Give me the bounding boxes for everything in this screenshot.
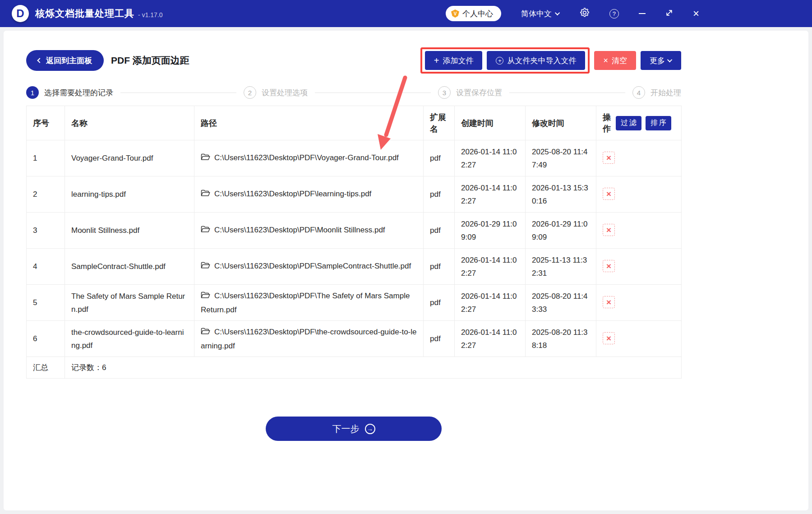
- step-2-label: 设置处理选项: [262, 88, 308, 98]
- user-center-button[interactable]: V 个人中心: [446, 6, 501, 21]
- minimize-button[interactable]: [639, 13, 646, 14]
- arrow-right-circle-icon: →: [365, 424, 375, 434]
- import-from-folder-button[interactable]: + 从文件夹中导入文件: [487, 51, 585, 70]
- path-text: C:\Users\11623\Desktop\PDF\SampleContrac…: [214, 262, 411, 270]
- folder-icon: [201, 152, 210, 165]
- cell-action: ×: [596, 140, 682, 176]
- cell-ext: pdf: [424, 213, 455, 249]
- cell-path: C:\Users\11623\Desktop\PDF\The Safety of…: [194, 285, 424, 321]
- delete-row-button[interactable]: ×: [603, 296, 615, 308]
- step-connector: [509, 93, 625, 93]
- cell-created: 2026-01-14 11:02:27: [455, 176, 526, 213]
- step-1: 1 选择需要处理的记录: [26, 86, 113, 99]
- close-button[interactable]: ×: [693, 9, 699, 18]
- page-title: PDF 添加页面边距: [111, 54, 189, 67]
- table-row: 4 SampleContract-Shuttle.pdf C:\Users\11…: [27, 249, 682, 285]
- header-action: 操作 过滤 排序: [596, 106, 682, 140]
- folder-icon: [201, 326, 210, 339]
- settings-button[interactable]: [580, 8, 590, 19]
- cell-index: 1: [27, 140, 65, 176]
- cell-action: ×: [596, 321, 682, 357]
- x-icon: ×: [603, 56, 608, 65]
- step-connector: [315, 93, 431, 93]
- table-row: 5 The Safety of Mars Sample Return.pdf C…: [27, 285, 682, 321]
- delete-row-button[interactable]: ×: [603, 152, 615, 164]
- cell-index: 6: [27, 321, 65, 357]
- table-row: 1 Voyager-Grand-Tour.pdf C:\Users\11623\…: [27, 140, 682, 176]
- close-icon: ×: [693, 9, 699, 18]
- header-path: 路径: [194, 106, 424, 140]
- cell-action: ×: [596, 285, 682, 321]
- cell-action: ×: [596, 213, 682, 249]
- language-label: 简体中文: [521, 9, 552, 19]
- path-text: C:\Users\11623\Desktop\PDF\the-crowdsour…: [201, 328, 417, 350]
- cell-path: C:\Users\11623\Desktop\PDF\learning-tips…: [194, 176, 424, 213]
- step-4-label: 开始处理: [651, 88, 681, 98]
- gear-icon: [580, 8, 590, 19]
- sort-button[interactable]: 排序: [646, 116, 671, 130]
- step-3-number: 3: [438, 86, 451, 99]
- cell-name: learning-tips.pdf: [65, 176, 194, 213]
- cell-ext: pdf: [424, 140, 455, 176]
- cell-name: Moonlit Stillness.pdf: [65, 213, 194, 249]
- filter-button[interactable]: 过滤: [616, 116, 641, 130]
- delete-row-button[interactable]: ×: [603, 188, 615, 200]
- next-step-label: 下一步: [332, 423, 360, 435]
- import-folder-label: 从文件夹中导入文件: [507, 56, 576, 66]
- plus-icon: +: [434, 56, 439, 66]
- add-file-label: 添加文件: [443, 56, 473, 66]
- step-1-label: 选择需要处理的记录: [44, 88, 113, 98]
- add-file-button[interactable]: + 添加文件: [425, 51, 483, 70]
- back-button-label: 返回到主面板: [46, 56, 92, 66]
- step-2-number: 2: [244, 86, 256, 99]
- path-text: C:\Users\11623\Desktop\PDF\Voyager-Grand…: [214, 153, 399, 162]
- summary-row: 汇总 记录数：6: [27, 357, 682, 379]
- header-modified: 修改时间: [526, 106, 596, 140]
- folder-icon: [201, 290, 210, 303]
- table-body: 1 Voyager-Grand-Tour.pdf C:\Users\11623\…: [27, 140, 682, 357]
- delete-row-button[interactable]: ×: [603, 260, 615, 272]
- cell-path: C:\Users\11623\Desktop\PDF\Voyager-Grand…: [194, 140, 424, 176]
- cell-name: Voyager-Grand-Tour.pdf: [65, 140, 194, 176]
- help-button[interactable]: ?: [609, 9, 619, 19]
- folder-icon: [201, 260, 210, 273]
- cell-ext: pdf: [424, 285, 455, 321]
- step-4: 4 开始处理: [632, 86, 681, 99]
- vip-icon: V: [451, 9, 459, 18]
- folder-icon: [201, 188, 210, 201]
- question-icon: ?: [609, 9, 619, 19]
- step-indicator: 1 选择需要处理的记录 2 设置处理选项 3 设置保存位置 4 开始处理: [26, 86, 681, 99]
- language-selector[interactable]: 简体中文: [521, 9, 560, 19]
- cell-name: The Safety of Mars Sample Return.pdf: [65, 285, 194, 321]
- cell-name: SampleContract-Shuttle.pdf: [65, 249, 194, 285]
- header-created: 创建时间: [455, 106, 526, 140]
- path-text: C:\Users\11623\Desktop\PDF\learning-tips…: [214, 190, 371, 198]
- table-row: 6 the-crowdsourced-guide-to-learning.pdf…: [27, 321, 682, 357]
- step-connector: [120, 93, 236, 93]
- back-to-dashboard-button[interactable]: 返回到主面板: [26, 50, 104, 71]
- cell-path: C:\Users\11623\Desktop\PDF\SampleContrac…: [194, 249, 424, 285]
- clear-label: 清空: [612, 56, 627, 66]
- clear-button[interactable]: × 清空: [594, 51, 636, 70]
- cell-path: C:\Users\11623\Desktop\PDF\Moonlit Still…: [194, 213, 424, 249]
- resize-button[interactable]: [665, 9, 673, 19]
- cell-index: 2: [27, 176, 65, 213]
- next-step-button[interactable]: 下一步 →: [266, 417, 442, 441]
- circle-plus-icon: +: [496, 57, 503, 65]
- page-toolbar: 返回到主面板 PDF 添加页面边距 + 添加文件 + 从文件夹中导入文件 × 清: [26, 47, 681, 74]
- cell-created: 2026-01-14 11:02:27: [455, 249, 526, 285]
- app-version: - v1.17.0: [138, 11, 162, 19]
- step-2: 2 设置处理选项: [244, 86, 308, 99]
- cell-action: ×: [596, 176, 682, 213]
- more-button[interactable]: 更多: [641, 51, 681, 70]
- table-row: 3 Moonlit Stillness.pdf C:\Users\11623\D…: [27, 213, 682, 249]
- more-label: 更多: [650, 56, 665, 66]
- delete-row-button[interactable]: ×: [603, 332, 615, 344]
- titlebar: D 核烁文档批量处理工具 - v1.17.0 V 个人中心 简体中文 ?: [0, 0, 812, 27]
- cell-modified: 2026-01-13 15:30:16: [526, 176, 596, 213]
- cell-modified: 2025-11-13 11:32:31: [526, 249, 596, 285]
- cell-modified: 2025-08-20 11:47:49: [526, 140, 596, 176]
- table-row: 2 learning-tips.pdf C:\Users\11623\Deskt…: [27, 176, 682, 213]
- header-index: 序号: [27, 106, 65, 140]
- delete-row-button[interactable]: ×: [603, 224, 615, 236]
